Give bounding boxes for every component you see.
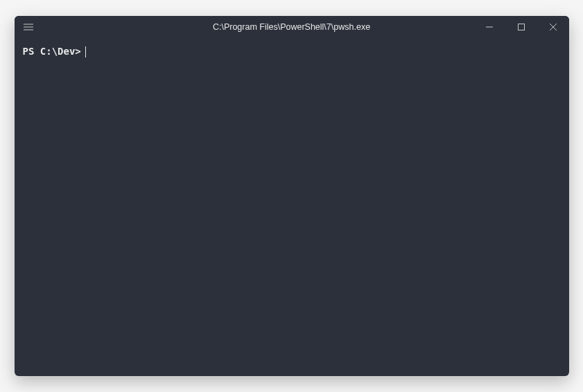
window-controls (473, 16, 569, 38)
hamburger-icon (24, 24, 33, 30)
prompt-line: PS C:\Dev> (23, 45, 561, 59)
minimize-icon (486, 24, 493, 30)
menu-button[interactable] (15, 16, 42, 38)
text-cursor (85, 46, 86, 57)
maximize-icon (518, 24, 525, 30)
prompt-text: PS C:\Dev> (23, 45, 81, 59)
close-button[interactable] (537, 16, 569, 38)
maximize-button[interactable] (505, 16, 537, 38)
minimize-button[interactable] (473, 16, 505, 38)
svg-rect-4 (518, 24, 524, 30)
close-icon (550, 24, 557, 30)
terminal-viewport[interactable]: PS C:\Dev> (15, 38, 569, 376)
titlebar: C:\Program Files\PowerShell\7\pwsh.exe (15, 16, 569, 38)
window-title: C:\Program Files\PowerShell\7\pwsh.exe (213, 22, 370, 32)
terminal-window: C:\Program Files\PowerShell\7\pwsh.exe (15, 16, 569, 376)
